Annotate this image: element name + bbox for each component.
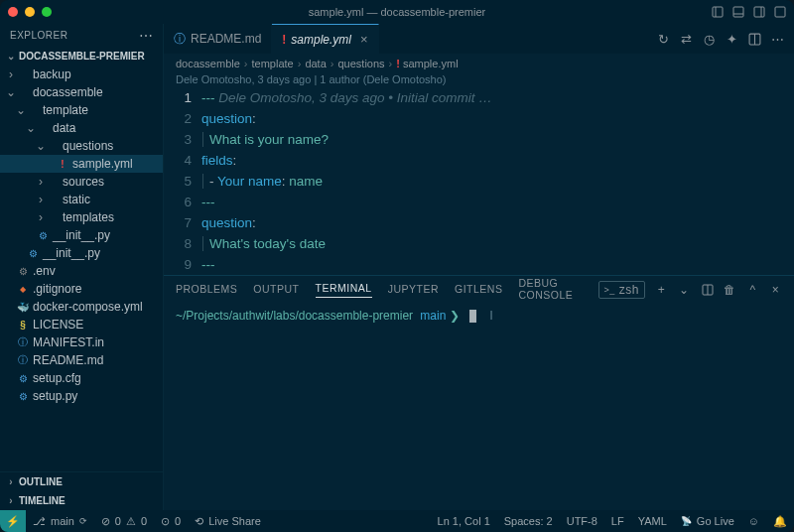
layout-icon[interactable] xyxy=(773,6,786,19)
file-item[interactable]: sample.yml xyxy=(0,155,163,173)
panel-tab-output[interactable]: OUTPUT xyxy=(253,283,299,298)
panel-tab-jupyter[interactable]: JUPYTER xyxy=(388,283,439,298)
indentation[interactable]: Spaces: 2 xyxy=(497,515,560,528)
kill-terminal-icon[interactable]: 🗑 xyxy=(724,284,736,297)
file-item[interactable]: .gitignore xyxy=(0,280,163,298)
terminal-cursor xyxy=(469,310,476,323)
cursor-position[interactable]: Ln 1, Col 1 xyxy=(431,515,497,528)
code-line[interactable]: question: xyxy=(201,108,794,129)
code-line[interactable]: fields: xyxy=(201,150,794,171)
file-item[interactable]: __init__.py xyxy=(0,226,163,244)
info-icon xyxy=(16,353,30,367)
panel-tab-problems[interactable]: PROBLEMS xyxy=(176,283,237,298)
file-item[interactable]: README.md xyxy=(0,351,163,369)
folder-item[interactable]: sources xyxy=(0,173,163,191)
file-item[interactable]: LICENSE xyxy=(0,316,163,333)
git-branch[interactable]: ⎇main⟳ xyxy=(26,515,94,528)
close-tab-icon[interactable]: × xyxy=(360,32,368,47)
file-item[interactable]: MANIFEST.in xyxy=(0,333,163,351)
explorer-menu-icon[interactable]: ⋯ xyxy=(139,32,154,40)
maximize-window[interactable] xyxy=(42,7,52,17)
diff-icon[interactable]: ⇄ xyxy=(680,33,693,46)
folder-item[interactable]: docassemble xyxy=(0,83,163,101)
file-item[interactable]: __init__.py xyxy=(0,244,163,262)
compass-icon[interactable]: ✦ xyxy=(726,33,738,46)
folder-item[interactable]: template xyxy=(0,101,163,119)
code-line[interactable]: question: xyxy=(201,212,794,233)
line-gutter: 123456789 xyxy=(164,87,201,275)
tree-item-label: backup xyxy=(33,67,71,81)
timeline-section[interactable]: TIMELINE xyxy=(0,491,163,510)
code-line[interactable]: - Your name: name xyxy=(201,171,794,192)
panel-bottom-icon[interactable] xyxy=(731,6,744,19)
code-content[interactable]: --- Dele Omotosho, 3 days ago • Initial … xyxy=(201,87,794,275)
folder-item[interactable]: questions xyxy=(0,137,163,155)
notifications-icon[interactable]: 🔔 xyxy=(766,515,794,528)
run-cycle-icon[interactable]: ↻ xyxy=(657,33,670,46)
encoding[interactable]: UTF-8 xyxy=(560,515,604,528)
code-line[interactable]: What's today's date xyxy=(201,233,794,254)
svg-rect-2 xyxy=(733,7,743,17)
breadcrumb-segment[interactable]: data xyxy=(305,58,326,69)
breadcrumb-segment[interactable]: questions xyxy=(337,58,384,69)
language-mode[interactable]: YAML xyxy=(631,515,674,528)
tree-item-label: sources xyxy=(63,175,104,189)
file-item[interactable]: docker-compose.yml xyxy=(0,298,163,316)
editor-tab[interactable]: README.md xyxy=(164,24,272,54)
layout-controls xyxy=(711,6,786,19)
close-window[interactable] xyxy=(8,7,18,17)
feedback-icon[interactable]: ☺ xyxy=(741,515,766,528)
folder-item[interactable]: templates xyxy=(0,208,163,226)
project-header[interactable]: DOCASSEMBLE-PREMIER xyxy=(0,47,163,66)
file-item[interactable]: .env xyxy=(0,262,163,280)
outline-section[interactable]: OUTLINE xyxy=(0,472,163,491)
tree-item-label: setup.py xyxy=(33,389,77,403)
lic-icon xyxy=(16,320,30,331)
breadcrumb-segment[interactable]: sample.yml xyxy=(396,58,458,69)
breadcrumb-segment[interactable]: docassemble xyxy=(176,58,240,69)
live-share[interactable]: ⟲Live Share xyxy=(188,515,268,528)
cfg-icon xyxy=(16,373,30,384)
code-line[interactable]: --- Dele Omotosho, 3 days ago • Initial … xyxy=(201,87,794,108)
panel-tab-terminal[interactable]: TERMINAL xyxy=(316,282,372,298)
code-line[interactable]: --- xyxy=(201,192,794,212)
editor-tab[interactable]: sample.yml× xyxy=(272,24,378,54)
maximize-panel-icon[interactable]: ^ xyxy=(746,284,759,297)
go-live[interactable]: 📡Go Live xyxy=(674,515,741,528)
panel-left-icon[interactable] xyxy=(711,6,724,19)
panel-tab-gitlens[interactable]: GITLENS xyxy=(455,283,502,298)
breadcrumb-segment[interactable]: template xyxy=(252,58,294,69)
bottom-panel: PROBLEMSOUTPUTTERMINALJUPYTERGITLENSDEBU… xyxy=(164,275,794,510)
close-panel-icon[interactable]: × xyxy=(769,284,782,297)
terminal-shell-picker[interactable]: >_zsh xyxy=(598,281,645,299)
split-terminal-icon[interactable] xyxy=(701,284,714,297)
panel-right-icon[interactable] xyxy=(752,6,765,19)
split-editor-icon[interactable] xyxy=(748,33,761,46)
tree-item-label: docker-compose.yml xyxy=(33,300,143,314)
explorer-label: EXPLORER xyxy=(10,30,67,41)
file-item[interactable]: setup.cfg xyxy=(0,369,163,387)
minimize-window[interactable] xyxy=(25,7,35,17)
new-terminal-icon[interactable]: + xyxy=(655,284,668,297)
info-icon xyxy=(16,335,30,349)
terminal[interactable]: ~/Projects/authwit/labs/docassemble-prem… xyxy=(164,304,794,327)
remote-button[interactable]: ⚡ xyxy=(0,510,26,532)
code-line[interactable]: What is your name? xyxy=(201,129,794,150)
ports-status[interactable]: ⊙0 xyxy=(154,515,188,528)
eol[interactable]: LF xyxy=(604,515,631,528)
file-item[interactable]: setup.py xyxy=(0,387,163,405)
breadcrumb[interactable]: docassemble›template›data›questions› sam… xyxy=(164,54,794,73)
history-icon[interactable]: ◷ xyxy=(703,33,716,46)
folder-item[interactable]: backup xyxy=(0,66,163,83)
problems-status[interactable]: ⊘0⚠0 xyxy=(94,515,154,528)
panel-tab-debug-console[interactable]: DEBUG CONSOLE xyxy=(518,277,582,304)
svg-rect-6 xyxy=(775,7,785,17)
code-line[interactable]: --- xyxy=(201,254,794,275)
folder-item[interactable]: static xyxy=(0,191,163,208)
tree-item-label: static xyxy=(63,193,90,206)
tree-item-label: README.md xyxy=(33,353,103,367)
more-actions-icon[interactable]: ⋯ xyxy=(771,33,784,46)
folder-item[interactable]: data xyxy=(0,119,163,137)
tree-item-label: template xyxy=(43,103,88,117)
terminal-dropdown-icon[interactable]: ⌄ xyxy=(678,284,691,297)
